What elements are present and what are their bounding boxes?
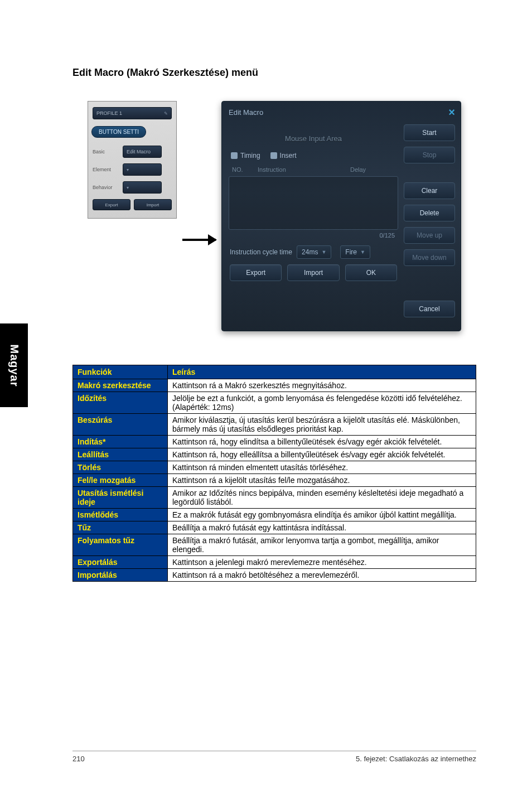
func-desc: Beállítja a makró futását egy kattintásr… [168, 521, 476, 534]
ok-button[interactable]: OK [345, 264, 397, 281]
pencil-icon: ✎ [164, 111, 168, 116]
tab-insert[interactable]: Insert [270, 152, 297, 160]
table-row: TűzBeállítja a makró futását egy kattint… [73, 521, 476, 534]
export-button[interactable]: Export [230, 264, 282, 281]
table-row: ImportálásKattintson rá a makró betöltés… [73, 569, 476, 582]
row-basic-value-text: Edit Macro [127, 149, 151, 154]
fire-label: Fire [345, 248, 357, 256]
clear-button[interactable]: Clear [404, 182, 455, 199]
row-element-value[interactable]: ▾ [123, 163, 162, 176]
func-desc: Kattintson rá a makró betöltéséhez a mer… [168, 569, 476, 582]
table-row: Folyamatos tűzBeállítja a makró futását,… [73, 534, 476, 556]
fire-combo[interactable]: Fire ▼ [340, 245, 370, 259]
table-row: Fel/le mozgatásKattintson rá a kijelölt … [73, 474, 476, 487]
func-name: Makró szerkesztése [73, 379, 168, 392]
func-desc: Kattintson a jelenlegi makró merevlemezr… [168, 556, 476, 569]
table-row: Indítás*Kattintson rá, hogy elindítsa a … [73, 436, 476, 448]
table-row: TörlésKattintson rá minden elmentett uta… [73, 461, 476, 474]
button-settings-tab[interactable]: BUTTON SETTI [91, 126, 146, 138]
func-name: Fel/le mozgatás [73, 474, 168, 487]
func-name: Időzítés [73, 392, 168, 414]
page-title: Edit Macro (Makró Szerkesztése) menü [72, 67, 476, 79]
func-name: Utasítás ismétlési ideje [73, 487, 168, 509]
func-name: Tűz [73, 521, 168, 534]
row-element: Element ▾ [93, 163, 172, 176]
func-desc: Kattintson rá a kijelölt utasítás fel/le… [168, 474, 476, 487]
table-row: IdőzítésJelölje be ezt a funkciót, a gom… [73, 392, 476, 414]
table-row: BeszúrásAmikor kiválasztja, új utasítás … [73, 414, 476, 436]
left-mini-panel: PROFILE 1 ✎ BUTTON SETTI Basic Edit Macr… [88, 101, 177, 219]
table-row: IsmétlődésEz a makrók futását egy gombny… [73, 509, 476, 521]
th-desc: Leírás [168, 365, 476, 379]
func-desc: Ez a makrók futását egy gombnyomásra eli… [168, 509, 476, 521]
page-footer: 210 5. fejezet: Csatlakozás az interneth… [72, 751, 476, 763]
func-name: Importálás [73, 569, 168, 582]
func-desc: Beállítja a makró futását, amikor lenyom… [168, 534, 476, 556]
row-behavior-value[interactable]: ▾ [123, 181, 162, 194]
language-side-tab-label: Magyar [8, 344, 21, 386]
func-name: Leállítás [73, 448, 168, 461]
instruction-list[interactable] [229, 176, 398, 230]
func-desc: Kattintson rá minden elmentett utasítás … [168, 461, 476, 474]
table-row: Utasítás ismétlési idejeAmikor az Időzít… [73, 487, 476, 509]
footer-page-number: 210 [72, 755, 85, 763]
table-row: ExportálásKattintson a jelenlegi makró m… [73, 556, 476, 569]
func-desc: Kattintson rá a Makró szerkesztés megnyi… [168, 379, 476, 392]
ict-label: Instruction cycle time [230, 248, 292, 256]
func-desc: Jelölje be ezt a funkciót, a gomb lenyom… [168, 392, 476, 414]
move-down-button[interactable]: Move down [404, 249, 455, 266]
row-behavior: Behavior ▾ [93, 181, 172, 194]
func-name: Törlés [73, 461, 168, 474]
footer-chapter: 5. fejezet: Csatlakozás az internethez [356, 755, 476, 763]
func-name: Beszúrás [73, 414, 168, 436]
start-button[interactable]: Start [404, 124, 455, 141]
th-func: Funkciók [73, 365, 168, 379]
screenshot-composite: PROFILE 1 ✎ BUTTON SETTI Basic Edit Macr… [72, 101, 476, 331]
func-desc: Kattintson rá, hogy elleállítsa a billen… [168, 448, 476, 461]
tab-insert-label: Insert [280, 152, 297, 160]
func-desc: Kattintson rá, hogy elindítsa a billenty… [168, 436, 476, 448]
ict-combo[interactable]: 24ms ▼ [297, 245, 331, 259]
func-name: Indítás* [73, 436, 168, 448]
stop-button[interactable]: Stop [404, 147, 455, 163]
cancel-button[interactable]: Cancel [404, 301, 455, 317]
close-icon[interactable]: × [448, 106, 455, 119]
func-desc: Amikor az Időzítés nincs bepipálva, mind… [168, 487, 476, 509]
functions-table: Funkciók Leírás Makró szerkesztéseKattin… [72, 365, 476, 582]
func-desc: Amikor kiválasztja, új utasítás kerül be… [168, 414, 476, 436]
table-row: Makró szerkesztéseKattintson rá a Makró … [73, 379, 476, 392]
profile-button[interactable]: PROFILE 1 ✎ [93, 107, 172, 119]
mini-import-button[interactable]: Import [134, 199, 172, 210]
edit-macro-dialog: Edit Macro × Mouse Input Area Timing Ins… [221, 101, 461, 331]
dialog-title: Edit Macro [229, 108, 263, 117]
tab-timing-label: Timing [240, 152, 260, 160]
row-basic: Basic Edit Macro [93, 146, 172, 158]
row-element-label: Element [93, 167, 120, 172]
instruction-list-header: NO. Instruction Delay [229, 163, 398, 176]
arrow-icon [182, 239, 216, 241]
language-side-tab: Magyar [0, 323, 28, 407]
checkbox-icon [270, 152, 277, 159]
func-name: Ismétlődés [73, 509, 168, 521]
func-name: Folyamatos tűz [73, 534, 168, 556]
profile-label: PROFILE 1 [96, 110, 122, 116]
chevron-down-icon: ▾ [127, 185, 129, 190]
move-up-button[interactable]: Move up [404, 227, 455, 244]
instruction-counter: 0/125 [229, 230, 398, 243]
row-basic-value[interactable]: Edit Macro [123, 146, 162, 158]
delete-button[interactable]: Delete [404, 205, 455, 221]
row-basic-label: Basic [93, 149, 120, 154]
chevron-down-icon: ▼ [360, 249, 365, 255]
col-no: NO. [232, 166, 258, 173]
chevron-down-icon: ▼ [321, 249, 326, 255]
col-instruction: Instruction [258, 166, 350, 173]
mouse-input-area[interactable]: Mouse Input Area [229, 124, 398, 151]
tab-timing[interactable]: Timing [231, 152, 260, 160]
func-name: Exportálás [73, 556, 168, 569]
mini-export-button[interactable]: Export [93, 199, 130, 210]
row-behavior-label: Behavior [93, 185, 120, 190]
chevron-down-icon: ▾ [127, 167, 129, 172]
col-delay: Delay [350, 166, 395, 173]
import-button[interactable]: Import [287, 264, 339, 281]
table-row: LeállításKattintson rá, hogy elleállítsa… [73, 448, 476, 461]
